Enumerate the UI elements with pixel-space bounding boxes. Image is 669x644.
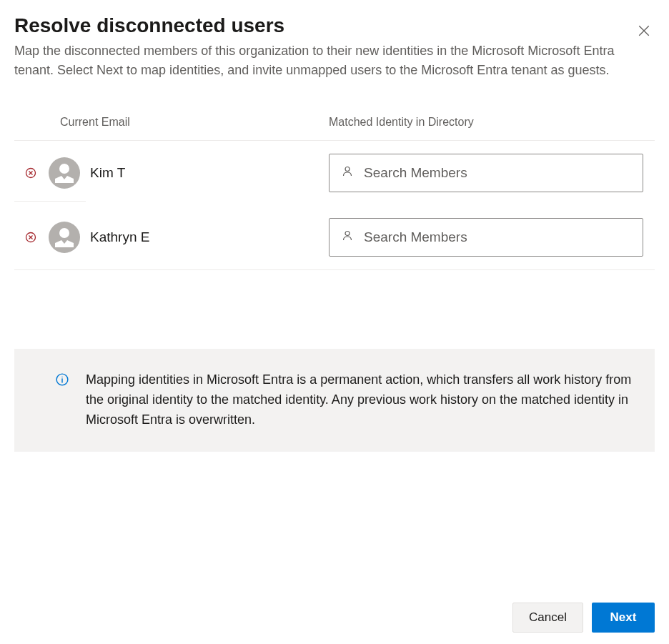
column-header-email: Current Email bbox=[14, 116, 329, 129]
users-table[interactable]: Current Email Matched Identity in Direct… bbox=[14, 109, 655, 309]
user-left-cell: Kim T bbox=[14, 157, 329, 189]
dialog-header: Resolve disconnected users Map the disco… bbox=[14, 14, 655, 80]
table-header-row: Current Email Matched Identity in Direct… bbox=[14, 109, 655, 141]
avatar-icon bbox=[49, 222, 80, 253]
search-members-field[interactable] bbox=[329, 218, 643, 257]
info-icon bbox=[56, 373, 69, 389]
search-members-field[interactable] bbox=[329, 154, 643, 192]
dialog-subtitle: Map the disconnected members of this org… bbox=[14, 41, 619, 80]
user-name: Kim T bbox=[90, 165, 326, 181]
svg-point-2 bbox=[59, 164, 69, 174]
info-text: Mapping identities in Microsoft Entra is… bbox=[86, 370, 632, 430]
svg-point-6 bbox=[59, 228, 69, 238]
error-icon bbox=[14, 232, 40, 243]
search-cell bbox=[329, 154, 655, 192]
user-row: Kim T bbox=[14, 141, 655, 205]
column-header-identity: Matched Identity in Directory bbox=[329, 116, 655, 129]
error-icon bbox=[14, 167, 40, 179]
users-scroll-area: Current Email Matched Identity in Direct… bbox=[14, 109, 655, 309]
info-banner: Mapping identities in Microsoft Entra is… bbox=[14, 349, 655, 452]
search-members-input[interactable] bbox=[364, 229, 631, 245]
svg-point-3 bbox=[345, 167, 350, 172]
row-divider bbox=[14, 201, 86, 202]
search-cell bbox=[329, 218, 655, 257]
svg-point-7 bbox=[345, 232, 350, 236]
user-left-cell: Kathryn E bbox=[14, 222, 329, 253]
next-button[interactable]: Next bbox=[592, 603, 655, 633]
close-button[interactable] bbox=[633, 20, 655, 44]
avatar-icon bbox=[49, 157, 80, 189]
resolve-disconnected-users-dialog: Resolve disconnected users Map the disco… bbox=[0, 0, 669, 644]
user-row: Kathryn E bbox=[14, 205, 655, 269]
dialog-footer: Cancel Next bbox=[512, 603, 655, 633]
close-icon bbox=[638, 29, 650, 39]
svg-point-9 bbox=[61, 377, 62, 377]
person-search-icon bbox=[341, 229, 364, 245]
user-name: Kathryn E bbox=[90, 229, 326, 245]
person-search-icon bbox=[341, 165, 364, 181]
search-members-input[interactable] bbox=[364, 165, 631, 181]
dialog-title: Resolve disconnected users bbox=[14, 14, 619, 37]
cancel-button[interactable]: Cancel bbox=[512, 603, 583, 633]
scroll-spacer bbox=[14, 270, 655, 309]
